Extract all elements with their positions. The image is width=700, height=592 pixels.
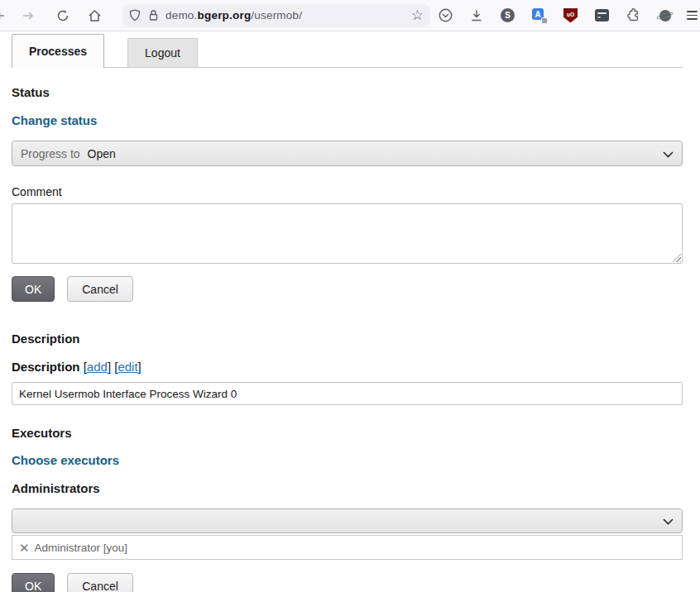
lock-icon — [148, 9, 159, 21]
translate-extension-button[interactable]: A — [532, 8, 546, 22]
forward-arrow-icon — [22, 9, 35, 22]
executors-buttons-row: OK Cancel — [12, 573, 683, 592]
status-ok-button[interactable]: OK — [12, 276, 55, 302]
administrator-list-item: ✕ Administrator [you] — [12, 535, 683, 560]
tab-logout[interactable]: Logout — [127, 38, 198, 67]
status-select[interactable]: Progress to Open — [12, 141, 683, 166]
remove-icon[interactable]: ✕ — [19, 542, 30, 554]
status-heading: Status — [12, 85, 683, 99]
description-field-label: Description — [12, 360, 80, 374]
comment-textarea-wrap — [12, 203, 683, 264]
pocket-icon — [439, 8, 453, 22]
tab-processes[interactable]: Processes — [12, 34, 104, 68]
bookmark-star-icon[interactable]: ☆ — [411, 8, 424, 22]
bracket-close: ] — [108, 360, 111, 374]
executors-ok-button[interactable]: OK — [12, 573, 55, 592]
change-status-link[interactable]: Change status — [12, 113, 683, 127]
downloads-button[interactable] — [470, 4, 483, 27]
comment-label: Comment — [12, 185, 683, 198]
forward-button[interactable] — [15, 4, 41, 27]
url-bar[interactable]: demo.bgerp.org/usermob/ ☆ — [122, 4, 430, 27]
home-icon — [88, 9, 102, 22]
extensions-button[interactable] — [626, 4, 640, 27]
description-edit-link[interactable]: edit — [117, 360, 137, 374]
description-field-label-line: Description [add] [edit] — [12, 360, 683, 374]
hamburger-line — [687, 11, 698, 12]
browser-toolbar: demo.bgerp.org/usermob/ ☆ S A uO — [0, 0, 700, 31]
description-add-link[interactable]: add — [87, 360, 108, 374]
planet-extension-button[interactable] — [658, 8, 672, 22]
executors-cancel-button[interactable]: Cancel — [67, 573, 133, 592]
bracket: [add] [edit] — [84, 360, 141, 374]
shield-icon — [129, 9, 141, 21]
url-suffix: /usermob/ — [251, 9, 302, 21]
translate-glyph: A — [535, 10, 540, 19]
description-input[interactable] — [12, 382, 683, 405]
tab-bar: Processes Logout — [12, 31, 683, 68]
page-content: Processes Logout Status Change status Pr… — [0, 31, 700, 592]
back-arrow-icon — [0, 9, 5, 22]
chevron-down-icon — [663, 514, 674, 528]
status-buttons-row: OK Cancel — [12, 276, 683, 302]
pocket-button[interactable] — [439, 4, 453, 27]
back-button[interactable] — [0, 4, 5, 27]
menu-button[interactable] — [687, 11, 698, 20]
hamburger-line — [687, 18, 698, 20]
hamburger-line — [687, 15, 698, 17]
administrators-select[interactable] — [12, 508, 683, 533]
url-domain: bgerp.org — [198, 9, 252, 21]
ublock-glyph: uO — [567, 12, 574, 17]
url-prefix: demo. — [165, 9, 198, 21]
reload-button[interactable] — [50, 4, 76, 27]
s-glyph: S — [505, 11, 511, 20]
administrator-item-label: Administrator [you] — [35, 542, 128, 554]
status-cancel-button[interactable]: Cancel — [67, 276, 133, 302]
status-select-prefix: Progress to — [21, 147, 80, 160]
description-heading: Description — [12, 332, 683, 346]
download-icon — [470, 9, 483, 22]
translate-gears-icon — [541, 17, 548, 24]
bracket-close: ] — [138, 360, 141, 374]
extension-s-button[interactable]: S — [501, 8, 515, 22]
card-extension-button[interactable] — [595, 9, 609, 21]
choose-executors-link[interactable]: Choose executors — [12, 453, 683, 467]
chevron-down-icon — [663, 147, 674, 160]
url-text: demo.bgerp.org/usermob/ — [165, 9, 302, 21]
toolbar-extension-icons: S A uO — [439, 4, 672, 27]
puzzle-piece-icon — [626, 8, 640, 22]
executors-heading: Executors — [12, 426, 683, 440]
administrators-heading: Administrators — [12, 481, 683, 495]
reload-icon — [56, 9, 70, 22]
comment-textarea[interactable] — [12, 203, 683, 264]
status-select-value: Open — [88, 147, 116, 160]
home-button[interactable] — [81, 4, 108, 27]
ublock-extension-button[interactable]: uO — [563, 8, 578, 23]
